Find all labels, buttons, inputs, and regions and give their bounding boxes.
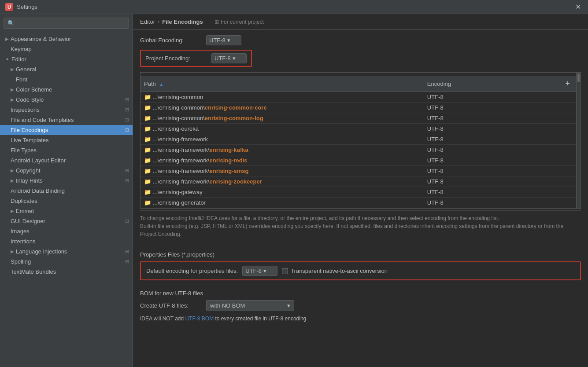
sidebar-item-lang-injections[interactable]: ▶ Language Injections ⊞ [0,246,133,257]
utf8-bom-link[interactable]: UTF-8 BOM [185,316,214,322]
table-cell-encoding: UTF-8 [424,166,559,176]
sidebar-item-color-scheme[interactable]: ▶ Color Scheme [0,84,133,95]
table-cell-encoding: UTF-8 [424,155,559,166]
transparent-checkbox[interactable] [282,268,288,274]
sidebar-item-label: Android Data Binding [11,187,65,194]
table-row: 📁...\enrising-framework\enrising-zookeep… [141,176,576,187]
sidebar-item-emmet[interactable]: ▶ Emmet [0,206,133,216]
table-cell-path: 📁...\enrising-common\enrising-common-cor… [141,103,424,113]
sidebar-item-images[interactable]: Images [0,226,133,236]
table-cell-encoding: UTF-8 [424,145,559,155]
sidebar-item-label: Duplicates [11,198,37,204]
project-encoding-select[interactable]: UTF-8 ▾ [211,53,247,63]
table-cell-path: 📁...\enrising-framework\enrising-zookeep… [141,176,424,187]
sidebar-item-editor[interactable]: ▼ Editor [0,54,133,64]
sidebar-item-spelling[interactable]: Spelling ⊞ [0,257,133,267]
search-input[interactable] [4,18,129,29]
table-row: 📁...\enrising-framework\enrising-redisUT… [141,155,576,166]
for-current-project: ⊞ For current project [214,19,264,25]
panel-body: Global Encoding: UTF-8 ▾ Project Encodin… [133,30,588,367]
project-encoding-row: Project Encoding: UTF-8 ▾ [145,53,247,63]
close-button[interactable]: ✕ [573,2,583,12]
sidebar-item-android-layout[interactable]: Android Layout Editor [0,155,133,165]
table-cell-path: 📁...\enrising-eureka [141,124,424,134]
table-row: 📁...\enrising-gatewayUTF-8 [141,187,576,198]
sidebar-item-font[interactable]: Font [0,74,133,84]
sidebar: ▶ Appearance & Behavior Keymap ▼ Editor … [0,14,133,367]
table-cell-path: 📁...\enrising-framework [141,134,424,145]
add-row-button[interactable]: + [562,78,573,89]
bom-section: BOM for new UTF-8 files Create UTF-8 fil… [140,286,581,322]
sidebar-item-inlay-hints[interactable]: ▶ Inlay Hints ⊞ [0,176,133,186]
table-cell-path: 📁...\enrising-common\enrising-common-log [141,113,424,124]
scrollbar[interactable] [576,73,581,208]
props-encoding-select[interactable]: UTF-8 ▾ [242,266,277,276]
table-cell-encoding: UTF-8 [424,176,559,187]
props-encoding-value: UTF-8 [245,268,262,274]
table-row: 📁...\enrising-eurekaUTF-8 [141,124,576,134]
sidebar-item-file-encodings[interactable]: File Encodings ⊞ [0,125,133,135]
main-content: ▶ Appearance & Behavior Keymap ▼ Editor … [0,14,588,367]
project-encoding-label: Project Encoding: [145,55,207,62]
chevron-right-icon: ▶ [11,249,14,254]
sidebar-item-live-templates[interactable]: Live Templates [0,135,133,145]
sidebar-item-label: Color Scheme [16,86,52,93]
sidebar-item-label: Inlay Hints [16,177,43,184]
title-bar-left: U Settings [5,3,37,11]
sidebar-item-copyright[interactable]: ▶ Copyright ⊞ [0,165,133,176]
transparent-checkbox-row: Transparent native-to-ascii conversion [282,268,388,274]
create-utf8-label: Create UTF-8 files: [140,302,202,309]
dropdown-arrow-icon: ▾ [233,55,236,62]
properties-section: Default encoding for properties files: U… [140,261,581,280]
transparent-label: Transparent native-to-ascii conversion [291,268,388,274]
sidebar-item-file-code-templates[interactable]: File and Code Templates ⊞ [0,115,133,125]
sidebar-item-gui-designer[interactable]: GUI Designer ⊞ [0,216,133,226]
sidebar-item-label: Spelling [11,258,31,265]
global-encoding-label: Global Encoding: [140,37,202,44]
dropdown-arrow-icon: ▾ [227,37,230,44]
sidebar-item-file-types[interactable]: File Types [0,145,133,155]
panel-header: Editor › File Encodings ⊞ For current pr… [133,14,588,30]
properties-section-title: Properties Files (*.properties) [140,247,581,258]
bom-section-title: BOM for new UTF-8 files [140,286,581,297]
sidebar-item-label: Intentions [11,238,35,245]
chevron-right-icon: ▶ [11,178,14,183]
settings-copy-icon: ⊞ [125,127,129,133]
sidebar-item-label: Emmet [16,208,34,214]
sidebar-item-keymap[interactable]: Keymap [0,44,133,54]
table-cell-path: 📁...\enrising-common [141,92,424,103]
global-encoding-select[interactable]: UTF-8 ▾ [206,35,241,45]
breadcrumb-separator: › [158,18,159,25]
sidebar-item-general[interactable]: ▶ General [0,64,133,74]
settings-copy-icon: ⊞ [125,107,129,113]
table-row: 📁...\enrising-common\enrising-common-log… [141,113,576,124]
project-icon: ⊞ [214,19,219,25]
sidebar-item-inspections[interactable]: Inspections ⊞ [0,105,133,115]
settings-copy-icon: ⊞ [125,117,129,123]
title-bar: U Settings ✕ [0,0,588,14]
sidebar-item-label: TextMate Bundles [11,268,56,275]
table-cell-encoding: UTF-8 [424,124,559,134]
chevron-right-icon: ▶ [11,209,14,213]
settings-copy-icon: ⊞ [125,259,129,264]
sidebar-item-android-data[interactable]: Android Data Binding [0,186,133,196]
sidebar-item-label: Android Layout Editor [11,157,66,164]
sidebar-item-label: General [16,66,36,73]
sidebar-item-label: Keymap [11,46,32,52]
file-encoding-table-container: Path ▲ Encoding + [140,72,581,209]
bom-select[interactable]: with NO BOM ▾ [206,300,294,311]
settings-copy-icon: ⊞ [125,249,129,254]
sidebar-item-code-style[interactable]: ▶ Code Style ⊞ [0,95,133,105]
sidebar-item-label: File Encodings [11,127,48,133]
table-scroll-area[interactable]: Path ▲ Encoding + [141,73,576,208]
project-encoding-wrapper: Project Encoding: UTF-8 ▾ [140,50,252,67]
sidebar-item-label: Copyright [16,167,41,174]
add-col: + [559,76,576,92]
global-encoding-value: UTF-8 [209,37,226,44]
sidebar-item-textmate[interactable]: TextMate Bundles [0,267,133,277]
table-cell-path: 📁...\enrising-generator [141,198,424,208]
sidebar-item-appearance[interactable]: ▶ Appearance & Behavior [0,34,133,44]
app-icon: U [5,3,13,11]
sidebar-item-intentions[interactable]: Intentions [0,236,133,246]
sidebar-item-duplicates[interactable]: Duplicates [0,196,133,206]
